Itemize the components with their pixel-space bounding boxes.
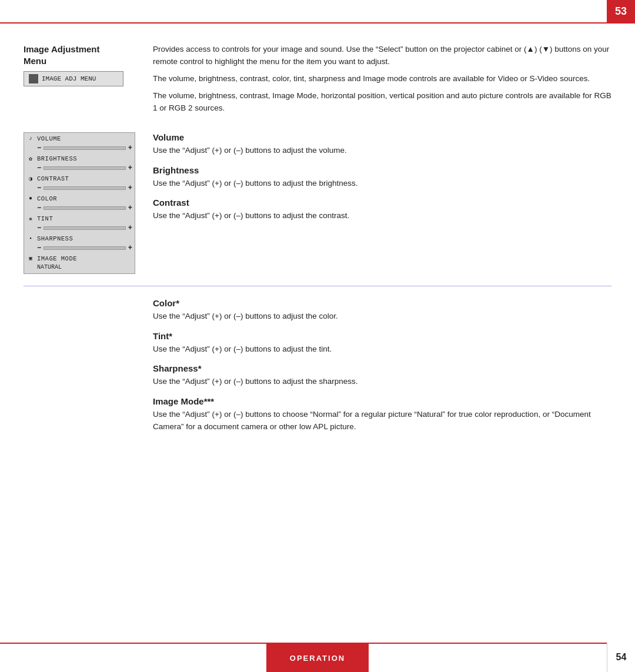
osd-imagemode-value: NATURAL xyxy=(24,263,135,272)
osd-slider-sharpness: − + xyxy=(24,243,135,254)
heading-imagemode: Image Mode*** xyxy=(153,396,611,406)
osd-row-imagemode: ▣ IMAGE MODE xyxy=(24,254,135,263)
osd-icon-brightness: ✿ xyxy=(26,155,35,163)
bottom-section: Color* Use the “Adjust” (+) or (–) butto… xyxy=(24,298,611,434)
osd-row-contrast: ◑ CONTRAST xyxy=(24,174,135,183)
heading-contrast: Contrast xyxy=(153,198,611,208)
page-number-top: 53 xyxy=(607,0,635,22)
osd-icon-tint: ❋ xyxy=(26,215,35,223)
text-sharpness: Use the “Adjust” (+) or (–) buttons to a… xyxy=(153,376,611,388)
page-number-bottom: 54 xyxy=(607,643,635,672)
top-section: Image Adjustment Menu IMAGE ADJ MENU Pro… xyxy=(24,44,611,115)
osd-icon-contrast: ◑ xyxy=(26,175,35,183)
osd-row-brightness: ✿ BRIGHTNESS xyxy=(24,154,135,163)
osd-label-brightness: BRIGHTNESS xyxy=(37,155,132,162)
menu-label: IMAGE ADJ MENU xyxy=(42,75,96,82)
osd-row-volume: ♪ VOLUME xyxy=(24,134,135,143)
middle-section: ♪ VOLUME − + ✿ BRIGHTNESS − + ◑ CONTRAST xyxy=(24,132,611,274)
text-brightness: Use the “Adjust” (+) or (–) buttons to a… xyxy=(153,178,611,190)
osd-slider-tint: − + xyxy=(24,223,135,234)
left-column-top: Image Adjustment Menu IMAGE ADJ MENU xyxy=(24,44,135,115)
osd-slider-contrast: − + xyxy=(24,183,135,194)
top-red-line xyxy=(0,22,635,24)
section-divider xyxy=(24,286,611,286)
osd-label-color: COLOR xyxy=(37,195,132,202)
osd-label-tint: TINT xyxy=(37,215,132,222)
heading-color: Color* xyxy=(153,298,611,308)
osd-icon-volume: ♪ xyxy=(26,135,35,143)
osd-row-color: ● COLOR xyxy=(24,194,135,203)
text-contrast: Use the “Adjust” (+) or (–) buttons to a… xyxy=(153,210,611,222)
heading-tint: Tint* xyxy=(153,331,611,341)
right-column-top: Provides access to controls for your ima… xyxy=(153,44,611,115)
osd-imagemode-text: NATURAL xyxy=(37,264,62,270)
osd-icon-color: ● xyxy=(26,195,35,203)
osd-icon-imagemode: ▣ xyxy=(26,255,35,263)
section-heading: Image Adjustment Menu xyxy=(24,44,135,66)
osd-label-contrast: CONTRAST xyxy=(37,175,132,182)
text-tint: Use the “Adjust” (+) or (–) buttons to a… xyxy=(153,343,611,356)
osd-label-imagemode: IMAGE MODE xyxy=(37,255,132,262)
text-volume: Use the “Adjust” (+) or (–) buttons to a… xyxy=(153,145,611,157)
text-color: Use the “Adjust” (+) or (–) buttons to a… xyxy=(153,310,611,323)
heading-volume: Volume xyxy=(153,132,611,142)
osd-label-sharpness: SHARPNESS xyxy=(37,235,132,242)
footer-label: OPERATION xyxy=(266,644,369,672)
osd-row-tint: ❋ TINT xyxy=(24,214,135,223)
menu-icon xyxy=(29,74,38,83)
osd-icon-sharpness: ▪ xyxy=(26,235,35,243)
osd-row-sharpness: ▪ SHARPNESS xyxy=(24,234,135,243)
description-para3: The volume, brightness, contrast, Image … xyxy=(153,90,611,115)
main-content: Image Adjustment Menu IMAGE ADJ MENU Pro… xyxy=(0,29,635,643)
heading-brightness: Brightness xyxy=(153,165,611,175)
heading-sharpness: Sharpness* xyxy=(153,363,611,373)
osd-label-volume: VOLUME xyxy=(37,135,132,142)
osd-slider-brightness: − + xyxy=(24,163,135,174)
menu-image-box: IMAGE ADJ MENU xyxy=(24,71,123,86)
descriptions-top: Volume Use the “Adjust” (+) or (–) butto… xyxy=(153,132,611,274)
osd-menu: ♪ VOLUME − + ✿ BRIGHTNESS − + ◑ CONTRAST xyxy=(24,132,135,274)
description-para1: Provides access to controls for your ima… xyxy=(153,44,611,68)
description-para2: The volume, brightness, contrast, color,… xyxy=(153,73,611,85)
text-imagemode: Use the “Adjust” (+) or (–) buttons to c… xyxy=(153,409,611,433)
osd-slider-color: − + xyxy=(24,203,135,214)
footer: OPERATION 54 xyxy=(0,643,635,672)
osd-slider-volume: − + xyxy=(24,143,135,154)
